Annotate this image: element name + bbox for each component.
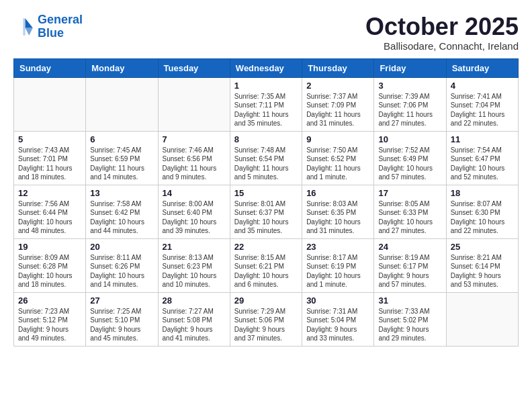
calendar-table: SundayMondayTuesdayWednesdayThursdayFrid…: [13, 58, 519, 347]
day-number: 10: [378, 134, 441, 144]
day-number: 13: [90, 188, 153, 198]
day-number: 5: [18, 134, 81, 144]
calendar-cell: 6Sunrise: 7:45 AM Sunset: 6:59 PM Daylig…: [86, 131, 158, 185]
calendar-cell: 22Sunrise: 8:15 AM Sunset: 6:21 PM Dayli…: [230, 238, 302, 292]
day-header-thursday: Thursday: [302, 58, 374, 77]
calendar-cell: 23Sunrise: 8:17 AM Sunset: 6:19 PM Dayli…: [302, 238, 374, 292]
day-header-tuesday: Tuesday: [158, 58, 230, 77]
calendar-cell: 31Sunrise: 7:33 AM Sunset: 5:02 PM Dayli…: [374, 292, 446, 346]
day-info: Sunrise: 7:35 AM Sunset: 7:11 PM Dayligh…: [234, 92, 298, 128]
day-header-sunday: Sunday: [14, 58, 86, 77]
calendar-cell: 16Sunrise: 8:03 AM Sunset: 6:35 PM Dayli…: [302, 185, 374, 238]
calendar-cell: 9Sunrise: 7:50 AM Sunset: 6:52 PM Daylig…: [302, 131, 374, 185]
day-info: Sunrise: 7:39 AM Sunset: 7:06 PM Dayligh…: [378, 92, 441, 128]
day-info: Sunrise: 7:50 AM Sunset: 6:52 PM Dayligh…: [306, 146, 369, 182]
calendar-cell: 4Sunrise: 7:41 AM Sunset: 7:04 PM Daylig…: [446, 77, 518, 131]
day-info: Sunrise: 7:56 AM Sunset: 6:44 PM Dayligh…: [18, 199, 81, 236]
calendar-week-row: 5Sunrise: 7:43 AM Sunset: 7:01 PM Daylig…: [14, 131, 519, 185]
calendar-cell: 25Sunrise: 8:21 AM Sunset: 6:14 PM Dayli…: [446, 238, 518, 292]
day-number: 30: [306, 295, 369, 306]
day-info: Sunrise: 7:37 AM Sunset: 7:09 PM Dayligh…: [306, 92, 369, 128]
month-title: October 2025: [365, 13, 519, 40]
day-info: Sunrise: 8:03 AM Sunset: 6:35 PM Dayligh…: [306, 199, 369, 236]
day-info: Sunrise: 7:31 AM Sunset: 5:04 PM Dayligh…: [306, 307, 369, 343]
day-number: 16: [306, 188, 369, 198]
calendar-cell: 15Sunrise: 8:01 AM Sunset: 6:37 PM Dayli…: [230, 185, 302, 238]
calendar-cell: 19Sunrise: 8:09 AM Sunset: 6:28 PM Dayli…: [14, 238, 86, 292]
calendar-cell: 20Sunrise: 8:11 AM Sunset: 6:26 PM Dayli…: [86, 238, 158, 292]
day-number: 25: [451, 242, 514, 252]
day-number: 21: [163, 242, 226, 252]
day-number: 24: [378, 242, 441, 252]
day-number: 23: [306, 242, 369, 252]
day-number: 17: [378, 188, 441, 198]
day-info: Sunrise: 7:41 AM Sunset: 7:04 PM Dayligh…: [451, 92, 514, 128]
day-info: Sunrise: 8:09 AM Sunset: 6:28 PM Dayligh…: [18, 253, 81, 289]
day-number: 2: [306, 81, 369, 91]
calendar-cell: 5Sunrise: 7:43 AM Sunset: 7:01 PM Daylig…: [14, 131, 86, 185]
calendar-week-row: 1Sunrise: 7:35 AM Sunset: 7:11 PM Daylig…: [14, 77, 519, 131]
logo-icon: [13, 16, 35, 38]
day-info: Sunrise: 7:58 AM Sunset: 6:42 PM Dayligh…: [90, 199, 153, 236]
day-info: Sunrise: 7:33 AM Sunset: 5:02 PM Dayligh…: [378, 307, 441, 343]
day-number: 27: [90, 295, 153, 306]
day-info: Sunrise: 8:01 AM Sunset: 6:37 PM Dayligh…: [234, 199, 298, 236]
calendar-header-row: SundayMondayTuesdayWednesdayThursdayFrid…: [14, 58, 519, 77]
day-info: Sunrise: 7:46 AM Sunset: 6:56 PM Dayligh…: [163, 146, 226, 182]
day-info: Sunrise: 7:29 AM Sunset: 5:06 PM Dayligh…: [234, 307, 298, 343]
day-number: 28: [163, 295, 226, 306]
day-number: 15: [234, 188, 298, 198]
calendar-cell: 28Sunrise: 7:27 AM Sunset: 5:08 PM Dayli…: [158, 292, 230, 346]
calendar-cell: 12Sunrise: 7:56 AM Sunset: 6:44 PM Dayli…: [14, 185, 86, 238]
day-info: Sunrise: 8:00 AM Sunset: 6:40 PM Dayligh…: [163, 199, 226, 236]
day-number: 31: [378, 295, 441, 306]
day-number: 8: [234, 134, 298, 144]
svg-marker-1: [26, 28, 33, 35]
day-header-wednesday: Wednesday: [230, 58, 302, 77]
day-info: Sunrise: 8:19 AM Sunset: 6:17 PM Dayligh…: [378, 253, 441, 289]
day-info: Sunrise: 8:05 AM Sunset: 6:33 PM Dayligh…: [378, 199, 441, 236]
day-info: Sunrise: 7:25 AM Sunset: 5:10 PM Dayligh…: [90, 307, 153, 343]
calendar-cell: 1Sunrise: 7:35 AM Sunset: 7:11 PM Daylig…: [230, 77, 302, 131]
day-number: 1: [234, 81, 298, 91]
day-info: Sunrise: 7:48 AM Sunset: 6:54 PM Dayligh…: [234, 146, 298, 182]
calendar-cell: 3Sunrise: 7:39 AM Sunset: 7:06 PM Daylig…: [374, 77, 446, 131]
day-header-friday: Friday: [374, 58, 446, 77]
day-number: 6: [90, 134, 153, 144]
day-header-monday: Monday: [86, 58, 158, 77]
calendar-cell: 8Sunrise: 7:48 AM Sunset: 6:54 PM Daylig…: [230, 131, 302, 185]
svg-marker-0: [26, 18, 33, 28]
calendar-week-row: 26Sunrise: 7:23 AM Sunset: 5:12 PM Dayli…: [14, 292, 519, 346]
day-info: Sunrise: 7:54 AM Sunset: 6:47 PM Dayligh…: [451, 146, 514, 182]
calendar-cell: 13Sunrise: 7:58 AM Sunset: 6:42 PM Dayli…: [86, 185, 158, 238]
day-info: Sunrise: 8:21 AM Sunset: 6:14 PM Dayligh…: [451, 253, 514, 289]
day-number: 26: [18, 295, 81, 306]
logo-text: General Blue: [38, 13, 83, 40]
day-number: 14: [163, 188, 226, 198]
calendar-cell: [158, 77, 230, 131]
day-info: Sunrise: 8:13 AM Sunset: 6:23 PM Dayligh…: [163, 253, 226, 289]
calendar-cell: 27Sunrise: 7:25 AM Sunset: 5:10 PM Dayli…: [86, 292, 158, 346]
day-info: Sunrise: 8:17 AM Sunset: 6:19 PM Dayligh…: [306, 253, 369, 289]
calendar-cell: 30Sunrise: 7:31 AM Sunset: 5:04 PM Dayli…: [302, 292, 374, 346]
day-info: Sunrise: 7:23 AM Sunset: 5:12 PM Dayligh…: [18, 307, 81, 343]
day-info: Sunrise: 8:11 AM Sunset: 6:26 PM Dayligh…: [90, 253, 153, 289]
day-number: 12: [18, 188, 81, 198]
day-number: 20: [90, 242, 153, 252]
day-info: Sunrise: 8:07 AM Sunset: 6:30 PM Dayligh…: [451, 199, 514, 236]
calendar-cell: 17Sunrise: 8:05 AM Sunset: 6:33 PM Dayli…: [374, 185, 446, 238]
day-number: 4: [451, 81, 514, 91]
day-info: Sunrise: 7:27 AM Sunset: 5:08 PM Dayligh…: [163, 307, 226, 343]
calendar-cell: [14, 77, 86, 131]
calendar-cell: 11Sunrise: 7:54 AM Sunset: 6:47 PM Dayli…: [446, 131, 518, 185]
calendar-cell: 29Sunrise: 7:29 AM Sunset: 5:06 PM Dayli…: [230, 292, 302, 346]
calendar-cell: 10Sunrise: 7:52 AM Sunset: 6:49 PM Dayli…: [374, 131, 446, 185]
logo: General Blue: [13, 13, 83, 40]
calendar-cell: 7Sunrise: 7:46 AM Sunset: 6:56 PM Daylig…: [158, 131, 230, 185]
day-number: 22: [234, 242, 298, 252]
calendar-cell: 26Sunrise: 7:23 AM Sunset: 5:12 PM Dayli…: [14, 292, 86, 346]
day-info: Sunrise: 7:43 AM Sunset: 7:01 PM Dayligh…: [18, 146, 81, 182]
logo-line1: General: [38, 13, 83, 26]
day-number: 9: [306, 134, 369, 144]
day-number: 7: [163, 134, 226, 144]
